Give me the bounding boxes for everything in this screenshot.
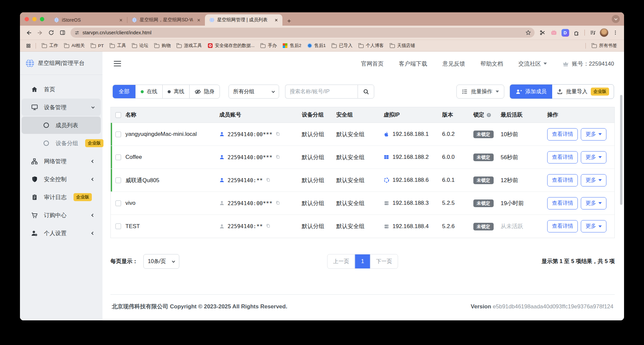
- sidebar-item-device-groups[interactable]: 设备分组 企业版: [22, 135, 101, 152]
- tab-member-list[interactable]: 星空组网管理 | 成员列表: [205, 14, 282, 26]
- extensions-puzzle-icon[interactable]: [571, 27, 582, 38]
- sidebar-item-order-center[interactable]: 订购中心: [22, 206, 101, 224]
- site-settings-icon[interactable]: [75, 30, 80, 35]
- view-details-button[interactable]: 查看详情: [547, 151, 578, 164]
- view-details-button[interactable]: 查看详情: [547, 128, 578, 141]
- bookmark-icon: [64, 43, 69, 48]
- bookmark-item[interactable]: 天猫店铺: [387, 41, 418, 50]
- shield-icon: [31, 175, 38, 183]
- sidebar-item-security-control[interactable]: 安全控制: [22, 171, 101, 188]
- row-checkbox[interactable]: [115, 177, 121, 183]
- bookmark-item[interactable]: 购物: [151, 41, 174, 50]
- row-checkbox[interactable]: [115, 200, 121, 206]
- batch-import-button[interactable]: 批量导入 企业版: [552, 85, 614, 99]
- batch-operations-button[interactable]: 批量操作: [456, 85, 504, 99]
- bookmark-item[interactable]: 手办: [257, 41, 280, 50]
- bookmark-item[interactable]: 售后1: [304, 41, 329, 50]
- apps-grid-icon[interactable]: [24, 41, 33, 50]
- bookmark-item[interactable]: 售后2: [280, 41, 304, 50]
- bookmark-item[interactable]: PT: [88, 42, 107, 50]
- bookmark-item[interactable]: 工作: [39, 41, 61, 50]
- account-info[interactable]: 账号：22594140: [562, 60, 614, 68]
- sidebar-item-member-list[interactable]: 成员列表: [22, 117, 101, 134]
- filter-hidden-button[interactable]: 隐身: [189, 85, 220, 98]
- view-details-button[interactable]: 查看详情: [547, 174, 578, 186]
- per-page-label: 每页显示：: [110, 258, 138, 265]
- side-panel-button[interactable]: [57, 27, 68, 38]
- bookmark-item[interactable]: 安全储存您的数据...: [205, 41, 257, 50]
- bookmark-item[interactable]: 游戏工具: [174, 41, 205, 50]
- copy-icon[interactable]: [266, 223, 270, 229]
- profile-avatar[interactable]: [599, 27, 609, 38]
- filter-online-button[interactable]: 在线: [135, 85, 162, 98]
- tab-istoreos[interactable]: iStoreOS: [50, 14, 127, 26]
- new-tab-button[interactable]: [284, 16, 294, 26]
- row-checkbox[interactable]: [115, 223, 121, 229]
- scissors-extension-icon[interactable]: [537, 27, 548, 38]
- current-page-button[interactable]: 1: [355, 254, 370, 268]
- forward-button[interactable]: [35, 27, 45, 38]
- prev-page-button[interactable]: 上一页: [328, 254, 355, 268]
- sidebar-item-home[interactable]: 首页: [22, 81, 101, 98]
- sidebar-item-personal-settings[interactable]: 个人设置: [22, 224, 101, 242]
- nav-link-feedback[interactable]: 意见反馈: [442, 60, 465, 68]
- all-bookmarks-button[interactable]: 所有书签: [589, 41, 620, 50]
- filter-all-button[interactable]: 全部: [113, 85, 135, 98]
- url-bar[interactable]: starvpn.cn/user/client/index.html: [71, 28, 535, 38]
- close-tab-icon[interactable]: [118, 17, 124, 23]
- bookmark-item[interactable]: AI相关: [61, 41, 88, 50]
- filter-offline-button[interactable]: 离线: [162, 85, 189, 98]
- bookmark-item[interactable]: 论坛: [129, 41, 151, 50]
- nav-link-community[interactable]: 交流社区: [518, 60, 547, 68]
- zoom-window-button[interactable]: [40, 17, 44, 21]
- sidebar-item-device-management[interactable]: 设备管理: [22, 99, 101, 116]
- close-tab-icon[interactable]: [196, 17, 202, 23]
- d-extension-icon[interactable]: D: [560, 27, 570, 38]
- tab-search-button[interactable]: [612, 15, 620, 23]
- close-tab-icon[interactable]: [273, 17, 279, 23]
- back-button[interactable]: [23, 27, 34, 38]
- view-details-button[interactable]: 查看详情: [547, 197, 578, 209]
- url-text[interactable]: starvpn.cn/user/client/index.html: [82, 30, 522, 35]
- pagination-row: 每页显示： 10条/页 上一页 1 下一页 显示第 1 至 5 项结果，共 5 …: [110, 254, 615, 269]
- bookmark-star-icon[interactable]: [525, 30, 531, 36]
- scrollbar-thumb[interactable]: [620, 95, 622, 205]
- view-details-button[interactable]: 查看详情: [547, 220, 578, 232]
- row-checkbox[interactable]: [115, 132, 121, 137]
- more-button[interactable]: 更多: [581, 197, 606, 209]
- chevron-down-icon: [172, 259, 175, 263]
- row-checkbox[interactable]: [115, 155, 121, 160]
- reload-button[interactable]: [46, 27, 57, 38]
- bookmark-item[interactable]: 个人博客: [356, 41, 387, 50]
- sidebar-item-audit-log[interactable]: 审计日志 企业版: [22, 188, 101, 206]
- copy-icon[interactable]: [275, 200, 280, 206]
- copy-icon[interactable]: [275, 154, 280, 161]
- more-button[interactable]: 更多: [581, 128, 606, 141]
- close-window-button[interactable]: [25, 17, 29, 21]
- copy-icon[interactable]: [275, 131, 280, 138]
- tv-extension-icon[interactable]: [549, 27, 559, 38]
- search-input[interactable]: [285, 85, 358, 99]
- tab-starvpn-home[interactable]: 星空组网，星空组网SD-WAN，: [127, 14, 205, 26]
- next-page-button[interactable]: 下一页: [370, 254, 398, 268]
- minimize-window-button[interactable]: [32, 17, 37, 21]
- hamburger-menu-icon[interactable]: [114, 61, 121, 67]
- sidebar-item-network-management[interactable]: 网络管理: [22, 153, 101, 170]
- more-button[interactable]: 更多: [581, 151, 606, 164]
- chrome-menu-icon[interactable]: [610, 27, 621, 38]
- select-all-checkbox[interactable]: [115, 112, 121, 118]
- per-page-select[interactable]: 10条/页: [143, 254, 179, 269]
- help-icon[interactable]: ?: [486, 113, 491, 118]
- more-button[interactable]: 更多: [581, 174, 606, 186]
- bookmark-item[interactable]: 工具: [107, 41, 129, 50]
- bookmark-item[interactable]: 已导入: [329, 41, 356, 50]
- search-button[interactable]: [358, 85, 374, 99]
- nav-link-client-download[interactable]: 客户端下载: [399, 60, 427, 68]
- nav-link-official-home[interactable]: 官网首页: [361, 60, 384, 68]
- copy-icon[interactable]: [266, 177, 270, 183]
- more-button[interactable]: 更多: [581, 220, 606, 232]
- nav-link-help-docs[interactable]: 帮助文档: [480, 60, 503, 68]
- add-member-button[interactable]: 添加成员: [510, 85, 552, 99]
- reading-list-icon[interactable]: [587, 27, 598, 38]
- group-filter-select[interactable]: 所有分组: [229, 85, 279, 99]
